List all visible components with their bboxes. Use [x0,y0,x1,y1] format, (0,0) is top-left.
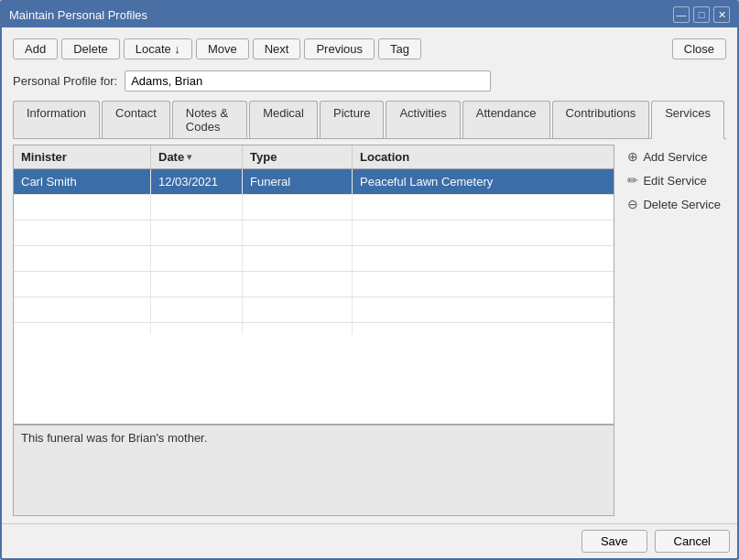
toolbar: Add Delete Locate ↓ Move Next Previous T… [13,35,726,63]
col-date[interactable]: Date ▾ [151,145,243,168]
cell-type: Funeral [243,169,353,194]
tab-information[interactable]: Information [13,101,100,138]
col-type: Type [243,145,353,168]
move-button[interactable]: Move [196,38,249,59]
profile-label: Personal Profile for: [13,74,117,88]
edit-service-icon: ✏ [627,173,638,188]
cell-date: 12/03/2021 [151,169,243,194]
bottom-bar: Save Cancel [2,523,737,558]
main-area: Minister Date ▾ Type Location [13,145,726,516]
main-window: Maintain Personal Profiles — □ ✕ Add Del… [0,0,739,560]
tab-medical[interactable]: Medical [249,101,318,138]
cancel-button[interactable]: Cancel [655,530,730,553]
title-bar: Maintain Personal Profiles — □ ✕ [2,2,737,27]
tabs-bar: Information Contact Notes & Codes Medica… [13,101,726,139]
tab-services[interactable]: Services [651,101,724,139]
minimize-button[interactable]: — [673,6,690,23]
close-button[interactable]: ✕ [713,6,730,23]
tab-notes-codes[interactable]: Notes & Codes [172,101,247,138]
delete-service-button[interactable]: ⊖ Delete Service [622,194,726,214]
maximize-button[interactable]: □ [693,6,710,23]
table-header: Minister Date ▾ Type Location [14,145,614,169]
previous-button[interactable]: Previous [304,38,375,59]
save-button[interactable]: Save [581,530,647,553]
tab-activities[interactable]: Activities [386,101,460,138]
services-table: Minister Date ▾ Type Location [13,145,614,425]
table-row[interactable] [14,272,614,297]
cell-location: Peaceful Lawn Cemetery [353,169,614,194]
tab-contact[interactable]: Contact [102,101,170,138]
table-row[interactable] [14,246,614,272]
table-body: Carl Smith 12/03/2021 Funeral Peaceful L… [14,169,614,334]
side-actions: ⊕ Add Service ✏ Edit Service ⊖ Delete Se… [622,145,726,516]
title-bar-controls: — □ ✕ [673,6,730,23]
locate-button[interactable]: Locate ↓ [124,38,192,59]
add-button[interactable]: Add [13,38,58,59]
window-title: Maintain Personal Profiles [9,8,147,22]
content-area: Add Delete Locate ↓ Move Next Previous T… [2,27,737,523]
table-row[interactable] [14,195,614,221]
profile-row: Personal Profile for: [13,69,726,93]
tag-button[interactable]: Tag [378,38,421,59]
tab-contributions[interactable]: Contributions [552,101,650,138]
add-service-icon: ⊕ [627,149,638,164]
table-row[interactable]: Carl Smith 12/03/2021 Funeral Peaceful L… [14,169,614,195]
table-row[interactable] [14,323,614,334]
notes-area: This funeral was for Brian's mother. [13,425,614,516]
add-service-button[interactable]: ⊕ Add Service [622,146,726,167]
col-location: Location [353,145,614,168]
table-row[interactable] [14,297,614,323]
col-minister: Minister [14,145,151,168]
table-row[interactable] [14,221,614,246]
next-button[interactable]: Next [253,38,301,59]
edit-service-button[interactable]: ✏ Edit Service [622,170,726,190]
delete-service-icon: ⊖ [627,197,638,211]
tab-picture[interactable]: Picture [320,101,384,138]
notes-text: This funeral was for Brian's mother. [21,431,207,445]
date-sort-icon: ▾ [187,152,191,162]
cell-minister: Carl Smith [14,169,151,194]
tab-attendance[interactable]: Attendance [462,101,550,138]
close-toolbar-button[interactable]: Close [672,38,726,59]
profile-input[interactable] [125,70,491,92]
delete-button[interactable]: Delete [61,38,120,59]
